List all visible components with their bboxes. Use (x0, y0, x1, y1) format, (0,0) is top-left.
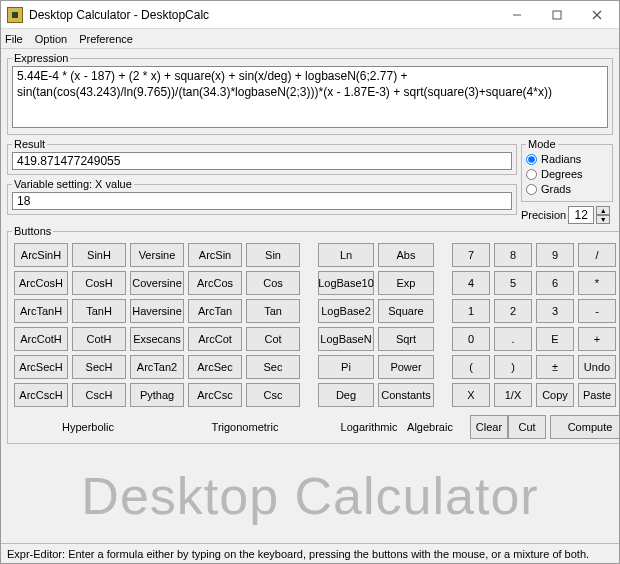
clear-button[interactable]: Clear (470, 415, 508, 439)
btn-x[interactable]: X (452, 383, 490, 407)
btn-key-4-8[interactable]: ) (494, 355, 532, 379)
btn-arccot[interactable]: ArcCot (188, 327, 242, 351)
btn-tanh[interactable]: TanH (72, 299, 126, 323)
btn-pi[interactable]: Pi (318, 355, 374, 379)
btn-key-2-10[interactable]: - (578, 299, 616, 323)
menu-option[interactable]: Option (35, 33, 67, 45)
variable-group: Variable setting: X value (7, 178, 517, 215)
btn-key-3-8[interactable]: . (494, 327, 532, 351)
btn-coversine[interactable]: Coversine (130, 271, 184, 295)
btn-key-3-10[interactable]: + (578, 327, 616, 351)
btn-power[interactable]: Power (378, 355, 434, 379)
menu-file[interactable]: File (5, 33, 23, 45)
banner: Desktop Calculator (1, 448, 619, 543)
btn-exsecans[interactable]: Exsecans (130, 327, 184, 351)
btn-undo[interactable]: Undo (578, 355, 616, 379)
btn-1[interactable]: 1 (452, 299, 490, 323)
btn-constants[interactable]: Constants (378, 383, 434, 407)
precision-label: Precision (521, 209, 566, 221)
btn-8[interactable]: 8 (494, 243, 532, 267)
btn-ln[interactable]: Ln (318, 243, 374, 267)
btn-sec[interactable]: Sec (246, 355, 300, 379)
btn-arccos[interactable]: ArcCos (188, 271, 242, 295)
result-input[interactable] (12, 152, 512, 170)
mode-degrees[interactable]: Degrees (526, 167, 608, 182)
statusbar: Expr-Editor: Enter a formula either by t… (1, 543, 619, 563)
btn-deg[interactable]: Deg (318, 383, 374, 407)
btn-2[interactable]: 2 (494, 299, 532, 323)
btn-versine[interactable]: Versine (130, 243, 184, 267)
app-icon (7, 7, 23, 23)
label-trigonometric: Trigonometric (162, 421, 328, 433)
label-algebraic: Algebraic (400, 421, 460, 433)
btn-abs[interactable]: Abs (378, 243, 434, 267)
btn-coth[interactable]: CotH (72, 327, 126, 351)
precision-input[interactable] (568, 206, 594, 224)
titlebar: Desktop Calculator - DesktopCalc (1, 1, 619, 29)
btn-arctan[interactable]: ArcTan (188, 299, 242, 323)
btn-arcsech[interactable]: ArcSecH (14, 355, 68, 379)
btn-paste[interactable]: Paste (578, 383, 616, 407)
btn-cos[interactable]: Cos (246, 271, 300, 295)
mode-radians[interactable]: Radians (526, 152, 608, 167)
minimize-button[interactable] (497, 2, 537, 28)
btn-cot[interactable]: Cot (246, 327, 300, 351)
buttons-legend: Buttons (12, 225, 53, 237)
btn-logbase10[interactable]: LogBase10 (318, 271, 374, 295)
btn-logbase2[interactable]: LogBase2 (318, 299, 374, 323)
precision-down-button[interactable]: ▼ (596, 215, 610, 224)
expression-input[interactable]: 5.44E-4 * (x - 187) + (2 * x) + square(x… (12, 66, 608, 128)
btn-arctan2[interactable]: ArcTan2 (130, 355, 184, 379)
compute-button[interactable]: Compute (550, 415, 620, 439)
btn-csch[interactable]: CscH (72, 383, 126, 407)
variable-legend: Variable setting: X value (12, 178, 134, 190)
variable-input[interactable] (12, 192, 512, 210)
btn-pythag[interactable]: Pythag (130, 383, 184, 407)
btn-tan[interactable]: Tan (246, 299, 300, 323)
cut-button[interactable]: Cut (508, 415, 546, 439)
btn-sinh[interactable]: SinH (72, 243, 126, 267)
btn-3[interactable]: 3 (536, 299, 574, 323)
btn-arcsinh[interactable]: ArcSinH (14, 243, 68, 267)
btn-sqrt[interactable]: Sqrt (378, 327, 434, 351)
btn-logbasen[interactable]: LogBaseN (318, 327, 374, 351)
menubar: File Option Preference (1, 29, 619, 49)
btn-copy[interactable]: Copy (536, 383, 574, 407)
btn-0[interactable]: 0 (452, 327, 490, 351)
btn-key-4-7[interactable]: ( (452, 355, 490, 379)
btn-arccosh[interactable]: ArcCosH (14, 271, 68, 295)
btn-exp[interactable]: Exp (378, 271, 434, 295)
btn-arcsec[interactable]: ArcSec (188, 355, 242, 379)
btn-4[interactable]: 4 (452, 271, 490, 295)
expression-legend: Expression (12, 52, 70, 64)
mode-grads[interactable]: Grads (526, 182, 608, 197)
btn-haversine[interactable]: Haversine (130, 299, 184, 323)
maximize-button[interactable] (537, 2, 577, 28)
btn-arccoth[interactable]: ArcCotH (14, 327, 68, 351)
btn-1-x[interactable]: 1/X (494, 383, 532, 407)
btn-5[interactable]: 5 (494, 271, 532, 295)
btn-arcsin[interactable]: ArcSin (188, 243, 242, 267)
btn-sech[interactable]: SecH (72, 355, 126, 379)
mode-legend: Mode (526, 138, 558, 150)
btn-key-4-9[interactable]: ± (536, 355, 574, 379)
btn-6[interactable]: 6 (536, 271, 574, 295)
menu-preference[interactable]: Preference (79, 33, 133, 45)
btn-arccsch[interactable]: ArcCscH (14, 383, 68, 407)
btn-sin[interactable]: Sin (246, 243, 300, 267)
btn-key-1-10[interactable]: * (578, 271, 616, 295)
btn-arccsc[interactable]: ArcCsc (188, 383, 242, 407)
result-legend: Result (12, 138, 47, 150)
btn-9[interactable]: 9 (536, 243, 574, 267)
close-button[interactable] (577, 2, 617, 28)
btn-square[interactable]: Square (378, 299, 434, 323)
window-title: Desktop Calculator - DesktopCalc (29, 8, 497, 22)
btn-arctanh[interactable]: ArcTanH (14, 299, 68, 323)
btn-cosh[interactable]: CosH (72, 271, 126, 295)
btn-e[interactable]: E (536, 327, 574, 351)
btn-csc[interactable]: Csc (246, 383, 300, 407)
btn-7[interactable]: 7 (452, 243, 490, 267)
result-group: Result (7, 138, 517, 175)
btn-key-0-10[interactable]: / (578, 243, 616, 267)
precision-up-button[interactable]: ▲ (596, 206, 610, 215)
